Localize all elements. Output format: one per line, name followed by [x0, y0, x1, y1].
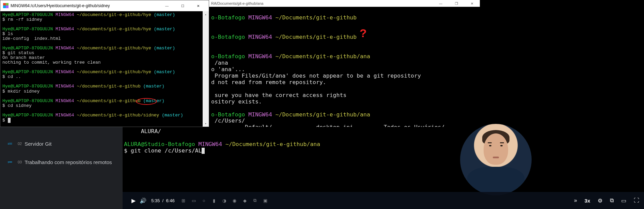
minimize-button[interactable]: —	[433, 0, 449, 7]
chrome-icon[interactable]: ◉	[232, 198, 237, 203]
sidebar-item-label: Trabalhando com repositórios remotos	[25, 159, 112, 165]
scroll-up-icon[interactable]: ▴	[203, 11, 209, 17]
app-icon[interactable]: ◆	[242, 198, 248, 203]
theater-icon[interactable]: ▭	[621, 197, 626, 204]
play-button[interactable]: ▶	[129, 197, 138, 204]
fast-forward-button[interactable]: »	[574, 197, 577, 204]
cortana-icon[interactable]: ○	[201, 198, 207, 203]
presenter-webcam	[460, 124, 532, 195]
player-right-controls: » 3x ⚙ ⧉ ▭ ⛶	[532, 192, 644, 209]
vscode-icon[interactable]: ⧉	[252, 198, 258, 203]
window-title: MINGW64:/c/Users/Hye/documents/git-e-git…	[11, 3, 159, 8]
gitbash-window-left: MINGW64:/c/Users/Hye/documents/git-e-git…	[0, 0, 209, 127]
maximize-button[interactable]: ❐	[449, 0, 464, 7]
task-view-icon[interactable]: ▭	[191, 198, 197, 203]
playback-speed[interactable]: 3x	[584, 198, 590, 204]
sidebar-item-number: 02	[18, 142, 22, 146]
edge-icon[interactable]: ◑	[222, 198, 227, 203]
sidebar-item-number: 03	[18, 160, 22, 164]
sidebar-item-repositorios-remotos[interactable]: ≔ 03 Trabalhando com repositórios remoto…	[0, 153, 123, 171]
sidebar-item-servidor-git[interactable]: ≔ 02 Servidor Git	[0, 134, 123, 153]
folder-icon[interactable]: ▮	[211, 198, 217, 203]
gitbash-window-right-titlebar[interactable]: RA/Documents/git-e-github/ana — ❐ ✕	[209, 0, 480, 7]
window-title: RA/Documents/git-e-github/ana	[211, 1, 263, 5]
list-icon: ≔	[7, 159, 13, 165]
terminal-icon[interactable]: ▣	[263, 198, 268, 203]
list-icon: ≔	[7, 141, 13, 147]
minimize-button[interactable]: —	[159, 1, 175, 11]
time-display: 5:35 / 6:46	[151, 198, 175, 203]
video-player-bar: ▶ 🔊 5:35 / 6:46 ⊞ ▭ ○ ▮ ◑ ◉ ◆ ⧉ ▣	[123, 192, 532, 209]
terminal-output[interactable]: Hye@LAPTOP-870GUUJN MINGW64 ~/documents/…	[0, 11, 203, 127]
taskbar-app-icons: ⊞ ▭ ○ ▮ ◑ ◉ ◆ ⧉ ▣	[181, 198, 268, 203]
maximize-button[interactable]: ☐	[175, 1, 190, 11]
sidebar-item-label: Servidor Git	[25, 141, 51, 147]
pip-icon[interactable]: ⧉	[610, 197, 614, 204]
video-terminal-lower: ALURA/ ALURA@Studio-Botafogo MINGW64 ~/D…	[123, 127, 480, 192]
scrollbar[interactable]: ▴ ▾	[203, 11, 209, 127]
close-button[interactable]: ✕	[190, 1, 206, 11]
close-button[interactable]: ✕	[464, 0, 480, 7]
titlebar[interactable]: MINGW64:/c/Users/Hye/documents/git-e-git…	[0, 0, 209, 11]
windows-icon[interactable]: ⊞	[181, 198, 186, 203]
course-sidebar: ≔ 02 Servidor Git ≔ 03 Trabalhando com r…	[0, 127, 123, 209]
volume-button[interactable]: 🔊	[138, 197, 148, 204]
settings-icon[interactable]: ⚙	[598, 197, 602, 204]
scroll-down-icon[interactable]: ▾	[203, 120, 209, 127]
fullscreen-icon[interactable]: ⛶	[634, 197, 639, 204]
